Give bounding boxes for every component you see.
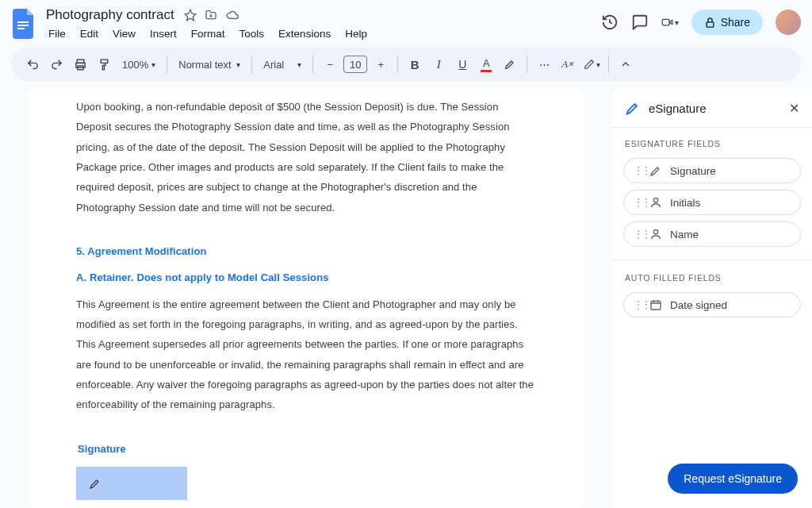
edit-mode-icon[interactable]: ▾ [581, 54, 602, 75]
svg-point-8 [653, 198, 657, 202]
person-icon [649, 196, 662, 209]
grip-icon: ⋮⋮ [634, 229, 642, 240]
grip-icon: ⋮⋮ [634, 165, 642, 176]
menu-insert[interactable]: Insert [144, 25, 182, 42]
svg-rect-0 [17, 21, 29, 23]
field-signature[interactable]: ⋮⋮ Signature [623, 158, 801, 183]
field-label: Name [670, 229, 699, 241]
menu-tools[interactable]: Tools [234, 25, 270, 42]
avatar[interactable] [776, 10, 801, 35]
pen-icon [649, 164, 662, 177]
close-icon[interactable]: ✕ [789, 101, 799, 116]
field-label: Signature [670, 165, 716, 177]
comment-icon[interactable] [631, 13, 649, 31]
paragraph: Upon booking, a non-refundable deposit o… [76, 97, 536, 217]
cloud-icon[interactable] [225, 9, 239, 21]
menu-file[interactable]: File [43, 25, 71, 42]
svg-rect-3 [662, 19, 669, 25]
esignature-panel: eSignature ✕ ESIGNATURE FIELDS ⋮⋮ Signat… [612, 89, 812, 508]
menu-extensions[interactable]: Extensions [273, 25, 336, 42]
grip-icon: ⋮⋮ [634, 299, 642, 310]
docs-logo[interactable] [11, 6, 38, 41]
svg-rect-2 [17, 28, 25, 29]
style-dropdown[interactable]: Normal text▾ [174, 59, 245, 71]
panel-title: eSignature [649, 102, 707, 115]
svg-point-9 [653, 230, 657, 234]
move-icon[interactable] [205, 9, 217, 21]
paragraph: This Agreement is the entire agreement b… [76, 294, 536, 415]
field-label: Date signed [670, 299, 727, 311]
toolbar: 100%▾ Normal text▾ Arial▾ − 10 + B I U A… [11, 48, 801, 81]
font-dropdown[interactable]: Arial▾ [259, 59, 306, 71]
section-label: ESIGNATURE FIELDS [612, 128, 812, 155]
subheading: A. Retainer. Does not apply to Model Cal… [76, 267, 536, 287]
print-icon[interactable] [70, 54, 90, 75]
share-label: Share [721, 16, 750, 29]
share-button[interactable]: Share [691, 10, 763, 35]
italic-icon[interactable]: I [428, 54, 449, 75]
field-label: Initials [670, 197, 700, 209]
highlight-icon[interactable] [500, 54, 520, 75]
pen-icon [89, 477, 102, 490]
field-date-signed[interactable]: ⋮⋮ Date signed [623, 292, 801, 318]
pen-icon [625, 100, 641, 116]
svg-rect-4 [707, 21, 714, 26]
bold-icon[interactable]: B [404, 54, 425, 75]
menu-edit[interactable]: Edit [75, 25, 104, 42]
menu-bar: File Edit View Insert Format Tools Exten… [43, 25, 373, 42]
meet-icon[interactable]: ▾ [661, 13, 679, 31]
field-name[interactable]: ⋮⋮ Name [623, 221, 801, 247]
paint-format-icon[interactable] [94, 54, 114, 75]
request-esignature-button[interactable]: Request eSignature [668, 464, 798, 494]
increase-font-icon[interactable]: + [370, 54, 391, 75]
undo-icon[interactable] [22, 54, 43, 75]
collapse-icon[interactable] [615, 54, 636, 75]
person-icon [649, 228, 662, 241]
font-size-input[interactable]: 10 [343, 56, 367, 73]
redo-icon[interactable] [46, 54, 67, 75]
zoom-dropdown[interactable]: 100%▾ [117, 59, 160, 71]
signature-label: Signature [78, 439, 536, 459]
doc-title[interactable]: Photography contract [43, 6, 178, 24]
clear-format-icon[interactable]: A✕ [557, 54, 578, 75]
menu-help[interactable]: Help [339, 25, 373, 42]
menu-view[interactable]: View [107, 25, 141, 42]
underline-icon[interactable]: U [452, 54, 473, 75]
star-icon[interactable] [184, 9, 197, 21]
history-icon[interactable] [601, 13, 619, 31]
document-page[interactable]: Upon booking, a non-refundable deposit o… [29, 89, 584, 508]
svg-rect-1 [17, 25, 29, 26]
more-icon[interactable]: ⋯ [534, 54, 554, 75]
field-initials[interactable]: ⋮⋮ Initials [623, 190, 801, 215]
section-label: AUTO FILLED FIELDS [612, 262, 812, 289]
grip-icon: ⋮⋮ [634, 197, 642, 208]
calendar-icon [649, 298, 662, 311]
text-color-icon[interactable]: A [476, 54, 496, 75]
signature-field[interactable] [76, 467, 187, 500]
svg-rect-10 [651, 301, 661, 310]
heading: 5. Agreement Modification [76, 241, 536, 261]
decrease-font-icon[interactable]: − [320, 54, 340, 75]
menu-format[interactable]: Format [186, 25, 231, 42]
